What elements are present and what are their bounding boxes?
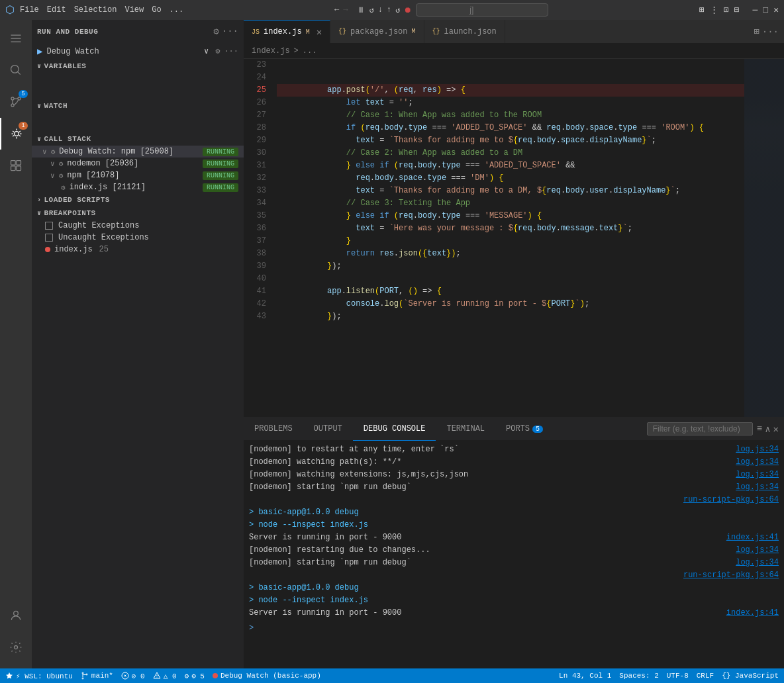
svg-point-12 <box>82 678 83 679</box>
debug-badge: 1 <box>19 122 28 130</box>
callstack-item-2[interactable]: ∨ ⚙ npm [21078] RUNNING <box>32 169 244 181</box>
tab-launch-json[interactable]: {} launch.json <box>424 20 505 43</box>
activity-settings[interactable] <box>0 631 32 663</box>
restore-btn[interactable]: □ <box>763 5 768 15</box>
variables-section-header[interactable]: ∨ VARIABLES <box>32 60 244 73</box>
nav-forward[interactable]: → <box>343 5 348 15</box>
callstack-expand-1[interactable]: ∨ <box>50 159 55 168</box>
minimize-btn[interactable]: ─ <box>753 5 758 15</box>
activity-source-control[interactable]: 5 <box>0 86 32 118</box>
breakpoint-uncaught[interactable]: Uncaught Exceptions <box>32 232 244 244</box>
panel-tab-problems[interactable]: PROBLEMS <box>244 418 303 441</box>
panel-tab-terminal[interactable]: TERMINAL <box>436 418 495 441</box>
debug-stop-btn[interactable]: ⏺ <box>404 5 412 15</box>
panel-close-btn[interactable]: ✕ <box>773 424 779 435</box>
nav-back[interactable]: ← <box>334 5 339 15</box>
debug-dropdown-btn[interactable]: ∨ <box>204 46 209 56</box>
callstack-item-1[interactable]: ∨ ⚙ nodemon [25036] RUNNING <box>32 158 244 169</box>
activity-search[interactable] <box>0 54 32 86</box>
panel-tab-output[interactable]: OUTPUT <box>303 418 353 441</box>
console-input[interactable] <box>256 624 779 633</box>
status-debug[interactable]: ⚙ ⚙ 5 <box>185 672 205 680</box>
console-source-10[interactable]: log.js:34 <box>736 544 779 557</box>
tab-package-json[interactable]: {} package.json M <box>330 20 424 43</box>
activity-explorer[interactable] <box>0 23 32 54</box>
debug-pause-btn[interactable]: ⏸ <box>357 5 365 15</box>
breakpoint-caught[interactable]: Caught Exceptions <box>32 220 244 232</box>
titlebar: ⬡ File Edit Selection View Go ... ← → ⏸ … <box>0 0 784 20</box>
console-source-9[interactable]: index.js:41 <box>726 531 779 544</box>
status-line-ending[interactable]: CRLF <box>697 672 714 680</box>
layout-btn[interactable]: ⊞ <box>699 5 705 15</box>
debug-start-btn[interactable]: ▶ <box>37 46 42 57</box>
menu-go[interactable]: Go <box>152 5 161 15</box>
console-source-16[interactable]: index.js:41 <box>726 607 779 619</box>
status-encoding[interactable]: UTF-8 <box>667 672 689 680</box>
console-source-2[interactable]: log.js:34 <box>736 456 779 469</box>
callstack-section-header[interactable]: ∨ CALL STACK <box>32 132 244 146</box>
console-source-12[interactable]: run-script-pkg.js:64 <box>683 569 779 582</box>
breakpoint-file[interactable]: index.js 25 <box>32 244 244 255</box>
status-debug-watch[interactable]: Debug Watch (basic-app) <box>213 672 321 680</box>
debug-step-over-btn[interactable]: ↺ <box>369 5 373 15</box>
debug-config-btn[interactable]: ⚙ <box>213 26 219 37</box>
code-line-23 <box>277 59 744 71</box>
console-source-11[interactable]: log.js:34 <box>736 557 779 569</box>
console-filter-input[interactable] <box>647 422 753 435</box>
console-source-4[interactable]: log.js:34 <box>736 481 779 494</box>
breadcrumb-context[interactable]: ... <box>303 46 317 56</box>
panel-tab-debug-console[interactable]: DEBUG CONSOLE <box>353 418 436 441</box>
status-wsl[interactable]: ⚡ WSL: Ubuntu <box>5 672 73 680</box>
split-editor-btn[interactable]: ⊞ <box>754 26 759 37</box>
status-position[interactable]: Ln 43, Col 1 <box>559 672 611 680</box>
callstack-expand-0[interactable]: ∨ <box>42 148 47 156</box>
callstack-expand-2[interactable]: ∨ <box>50 171 55 180</box>
tab-close-0[interactable]: ✕ <box>317 26 322 38</box>
menu-more[interactable]: ... <box>170 5 184 15</box>
status-warnings[interactable]: △ 0 <box>153 672 177 680</box>
activity-debug[interactable]: 1 <box>0 118 32 150</box>
console-source-3[interactable]: log.js:34 <box>736 469 779 481</box>
close-btn[interactable]: ✕ <box>773 5 779 15</box>
debug-restart-btn[interactable]: ↺ <box>395 5 400 15</box>
grid-btn[interactable]: ⊟ <box>734 5 740 15</box>
split-btn[interactable]: ⋮ <box>710 5 718 15</box>
menu-selection[interactable]: Selection <box>74 5 117 15</box>
debug-step-out-btn[interactable]: ↑ <box>387 5 391 15</box>
console-source-5[interactable]: run-script-pkg.js:64 <box>683 494 779 506</box>
tab-index-js[interactable]: JS index.js M ✕ <box>244 20 330 43</box>
menu-file[interactable]: File <box>20 5 39 15</box>
caught-checkbox[interactable] <box>45 222 53 230</box>
panel-word-wrap-btn[interactable]: ≡ <box>757 424 762 435</box>
callstack-icon-0: ⚙ <box>51 148 56 156</box>
debug-config-name: Debug Watch <box>46 47 199 56</box>
menu-view[interactable]: View <box>124 5 144 15</box>
panel-tab-ports[interactable]: PORTS 5 <box>495 418 554 441</box>
callstack-item-0[interactable]: ∨ ⚙ Debug Watch: npm [25008] RUNNING <box>32 146 244 158</box>
loaded-scripts-header[interactable]: › LOADED SCRIPTS <box>32 193 244 206</box>
breadcrumb-file[interactable]: index.js <box>252 46 290 56</box>
debug-gear-btn[interactable]: ⚙ <box>215 46 220 56</box>
callstack-item-3[interactable]: ⚙ index.js [21121] RUNNING <box>32 181 244 193</box>
breakpoints-section-header[interactable]: ∨ BREAKPOINTS <box>32 206 244 220</box>
status-spaces[interactable]: Spaces: 2 <box>619 672 658 680</box>
more-tabs-btn[interactable]: ··· <box>762 26 779 37</box>
debug-more-btn[interactable]: ··· <box>222 26 238 37</box>
panel-scroll-btn[interactable]: ∧ <box>765 424 770 435</box>
activity-extensions[interactable] <box>0 150 32 181</box>
debug-step-into-btn[interactable]: ↓ <box>378 5 383 15</box>
status-language[interactable]: {} JavaScript <box>722 672 779 680</box>
command-search[interactable] <box>416 3 548 17</box>
panel-btn[interactable]: ⊡ <box>724 5 729 15</box>
callstack-name-0: Debug Watch: npm [25008] <box>59 147 173 156</box>
debug-more2-btn[interactable]: ··· <box>224 47 238 56</box>
status-branch[interactable]: main* <box>81 672 113 680</box>
menu-edit[interactable]: Edit <box>47 5 66 15</box>
console-text-6: > basic-app@1.0.0 debug <box>249 506 359 519</box>
console-source-1[interactable]: log.js:34 <box>736 443 779 456</box>
status-errors[interactable]: ⊘ 0 <box>121 672 145 680</box>
activity-account[interactable] <box>0 600 32 631</box>
uncaught-checkbox[interactable] <box>45 234 53 242</box>
status-right: Ln 43, Col 1 Spaces: 2 UTF-8 CRLF {} Jav… <box>559 672 779 680</box>
watch-section-header[interactable]: ∨ WATCH <box>32 99 244 113</box>
